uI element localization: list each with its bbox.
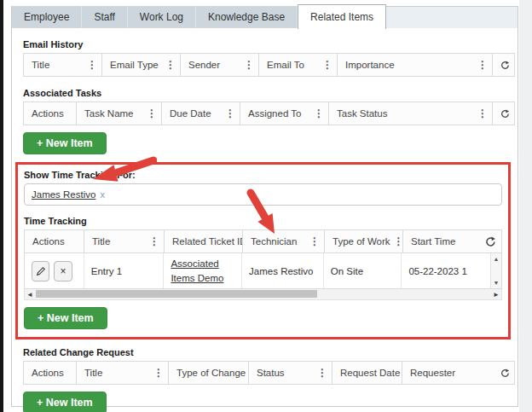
time-tracking-row: × Entry 1 Associated Items Demo James Re… bbox=[24, 253, 502, 289]
column-header-sender[interactable]: Sender ⋮ bbox=[181, 54, 259, 76]
tab-knowledge-base[interactable]: Knowledge Base bbox=[196, 6, 298, 28]
column-menu-icon[interactable]: ⋮ bbox=[244, 59, 254, 71]
scroll-left-icon[interactable]: ◄ bbox=[25, 290, 35, 299]
refresh-icon[interactable] bbox=[477, 230, 501, 252]
column-header-requester[interactable]: Requester bbox=[402, 362, 493, 384]
scroll-down-icon[interactable]: ▼ bbox=[494, 280, 500, 286]
tab-work-log[interactable]: Work Log bbox=[128, 6, 196, 28]
annotation-highlight-box: Show Time Tracking For: James Restivo x … bbox=[15, 162, 511, 339]
column-header-email-type[interactable]: Email Type ⋮ bbox=[102, 54, 181, 76]
vertical-scrollbar[interactable]: ▲ ▼ bbox=[490, 253, 501, 288]
time-tracking-header-row: Actions Title ⋮ Related Ticket ID ⋮ Tech… bbox=[24, 229, 502, 253]
column-menu-icon[interactable]: ⋮ bbox=[314, 107, 324, 119]
column-header-label: Sender bbox=[188, 60, 220, 70]
remove-filter-icon[interactable]: x bbox=[100, 189, 105, 200]
email-history-header-row: Title ⋮ Email Type ⋮ Sender ⋮ Email To ⋮… bbox=[23, 53, 515, 77]
column-header-due-date[interactable]: Due Date ⋮ bbox=[162, 102, 240, 125]
column-header-label: Type of Work bbox=[332, 236, 390, 247]
column-header-label: Email Type bbox=[110, 60, 159, 70]
column-header-label: Title bbox=[32, 60, 49, 70]
column-header-task-name[interactable]: Task Name ⋮ bbox=[77, 102, 162, 125]
row-technician-cell: James Restivo bbox=[242, 253, 324, 288]
column-header-label: Title bbox=[92, 236, 110, 247]
new-time-entry-button[interactable]: + New Item bbox=[24, 307, 107, 329]
column-menu-icon[interactable]: ⋮ bbox=[149, 235, 159, 247]
horizontal-scrollbar[interactable]: ◄ ► bbox=[24, 289, 502, 300]
row-type-of-work-cell: On Site bbox=[324, 253, 402, 288]
column-header-label: Task Name bbox=[84, 108, 134, 119]
column-menu-icon[interactable]: ⋮ bbox=[322, 59, 332, 71]
time-tracking-filter-input[interactable]: James Restivo x bbox=[24, 183, 502, 206]
column-header-email-to[interactable]: Email To ⋮ bbox=[259, 54, 338, 76]
column-menu-icon[interactable]: ⋮ bbox=[477, 107, 488, 119]
column-menu-icon[interactable]: ⋮ bbox=[225, 107, 235, 119]
column-menu-icon[interactable]: ⋮ bbox=[477, 59, 488, 71]
column-menu-icon[interactable]: ⋮ bbox=[87, 59, 97, 71]
column-header-label: Actions bbox=[32, 236, 65, 247]
column-header-label: Importance bbox=[345, 60, 395, 70]
column-header-technician[interactable]: Technician ⋮ bbox=[243, 230, 325, 252]
window-left-edge bbox=[0, 0, 3, 412]
column-menu-icon[interactable]: ⋮ bbox=[394, 235, 403, 247]
new-task-button[interactable]: + New Item bbox=[23, 132, 107, 154]
column-header-label: Due Date bbox=[170, 108, 211, 119]
column-menu-icon[interactable]: ⋮ bbox=[309, 235, 320, 247]
row-related-ticket-cell: Associated Items Demo bbox=[164, 253, 242, 288]
related-ticket-link[interactable]: Associated Items Demo bbox=[171, 257, 234, 285]
column-header-label: Status bbox=[257, 368, 285, 378]
delete-row-button[interactable]: × bbox=[54, 261, 72, 281]
column-header-task-status[interactable]: Task Status ⋮ bbox=[329, 102, 493, 125]
column-header-label: Email To bbox=[267, 60, 304, 70]
column-menu-icon[interactable]: ⋮ bbox=[147, 107, 157, 119]
tab-employee[interactable]: Employee bbox=[12, 6, 82, 28]
column-header-actions: Actions bbox=[24, 102, 77, 125]
scroll-up-icon[interactable]: ▲ bbox=[494, 256, 500, 262]
related-change-request-header-row: Actions Title ⋮ Type of Change ⋮ Status … bbox=[23, 361, 515, 385]
edit-row-button[interactable] bbox=[32, 261, 49, 281]
column-header-label: Actions bbox=[32, 368, 64, 378]
row-spacer-cell bbox=[475, 253, 490, 288]
column-header-type-of-change[interactable]: Type of Change ⋮ bbox=[169, 362, 249, 384]
associated-tasks-label: Associated Tasks bbox=[23, 88, 518, 98]
associated-tasks-header-row: Actions Task Name ⋮ Due Date ⋮ Assigned … bbox=[23, 102, 515, 125]
column-header-label: Requester bbox=[410, 368, 455, 378]
related-change-request-label: Related Change Request bbox=[23, 347, 518, 357]
column-header-label: Actions bbox=[32, 108, 64, 119]
scrollbar-thumb[interactable] bbox=[36, 290, 317, 298]
column-header-label: Title bbox=[84, 368, 102, 378]
row-title-cell: Entry 1 bbox=[84, 253, 165, 288]
row-actions-cell: × bbox=[25, 253, 84, 288]
column-header-label: Related Ticket ID bbox=[172, 236, 243, 247]
tab-related-items[interactable]: Related Items bbox=[298, 4, 386, 29]
column-header-assigned-to[interactable]: Assigned To ⋮ bbox=[240, 102, 329, 125]
column-header-title[interactable]: Title ⋮ bbox=[77, 362, 169, 384]
column-header-start-time[interactable]: Start Time bbox=[403, 230, 477, 252]
column-header-type-of-work[interactable]: Type of Work ⋮ bbox=[325, 230, 403, 252]
related-items-panel: Email History Title ⋮ Email Type ⋮ Sende… bbox=[11, 28, 518, 407]
tab-staff[interactable]: Staff bbox=[82, 6, 127, 28]
column-header-actions: Actions bbox=[24, 362, 77, 384]
column-header-status[interactable]: Status ⋮ bbox=[249, 362, 332, 384]
new-change-request-button[interactable]: + New Item bbox=[23, 392, 107, 412]
time-tracking-label: Time Tracking bbox=[24, 216, 502, 226]
column-header-label: Assigned To bbox=[248, 108, 301, 119]
refresh-icon[interactable] bbox=[493, 54, 514, 76]
column-header-title[interactable]: Title ⋮ bbox=[24, 54, 102, 76]
column-header-label: Task Status bbox=[337, 108, 387, 119]
show-time-tracking-for-label: Show Time Tracking For: bbox=[24, 170, 502, 180]
column-header-request-date[interactable]: Request Date ⋮ bbox=[332, 362, 402, 384]
email-history-label: Email History bbox=[23, 39, 518, 49]
scroll-right-icon[interactable]: ► bbox=[491, 290, 501, 299]
column-menu-icon[interactable]: ⋮ bbox=[153, 367, 164, 379]
filter-selected-user-link[interactable]: James Restivo bbox=[32, 189, 95, 200]
column-header-related-ticket-id[interactable]: Related Ticket ID ⋮ bbox=[165, 230, 243, 252]
tab-bar: Employee Staff Work Log Knowledge Base R… bbox=[11, 6, 518, 29]
row-start-time-cell: 05-22-2023 1 bbox=[402, 253, 475, 288]
column-menu-icon[interactable]: ⋮ bbox=[165, 59, 176, 71]
refresh-icon[interactable] bbox=[493, 362, 514, 384]
column-header-label: Request Date bbox=[340, 368, 400, 378]
column-menu-icon[interactable]: ⋮ bbox=[317, 367, 327, 379]
column-header-title[interactable]: Title ⋮ bbox=[84, 230, 165, 252]
column-header-importance[interactable]: Importance ⋮ bbox=[338, 54, 493, 76]
refresh-icon[interactable] bbox=[493, 102, 514, 125]
